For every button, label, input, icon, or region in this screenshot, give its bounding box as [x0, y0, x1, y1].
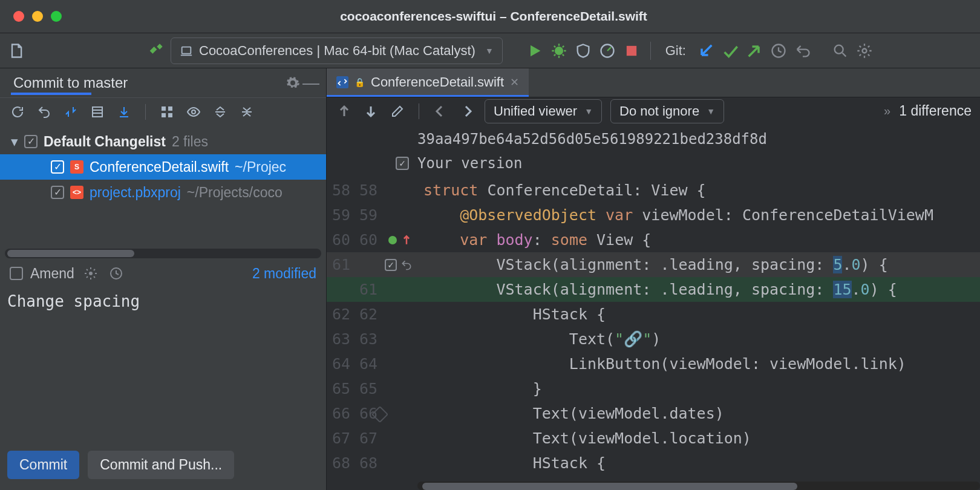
changes-tree: ▾ Default Changelist 2 files S Conferenc…	[0, 125, 326, 209]
svg-point-1	[555, 47, 563, 55]
prev-diff-icon[interactable]	[335, 102, 353, 120]
viewer-mode-select[interactable]: Unified viewer ▼	[485, 99, 602, 123]
search-icon[interactable]	[831, 42, 849, 60]
commit-message-input[interactable]: Change spacing	[7, 292, 319, 439]
changelist-count: 2 files	[172, 134, 208, 150]
checkbox[interactable]	[51, 186, 64, 199]
commit-history-icon[interactable]	[107, 264, 125, 283]
separator	[650, 42, 651, 60]
svg-rect-7	[93, 107, 102, 117]
swift-file-icon: S	[70, 160, 83, 174]
svg-point-5	[835, 45, 843, 53]
main-toolbar: CocoaConferences | Mac 64-bit (Mac Catal…	[0, 33, 980, 68]
revert-icon[interactable]	[400, 259, 413, 271]
changed-file-row[interactable]: S ConferenceDetail.swift ~/Projec	[0, 154, 326, 180]
horizontal-scrollbar[interactable]	[5, 249, 321, 258]
rollback-icon[interactable]	[35, 103, 53, 121]
svg-rect-9	[168, 106, 172, 111]
changelist-icon[interactable]	[88, 103, 106, 121]
panel-title: Commit to master	[13, 74, 128, 91]
diff-headers: 39aa497be64a52d56d05e561989221bed238df8d…	[327, 125, 980, 178]
window-title: cocoaconferences-swiftui – ConferenceDet…	[62, 9, 926, 24]
panel-minimize-icon[interactable]: —	[302, 74, 320, 92]
svg-rect-10	[162, 113, 166, 117]
build-hammer-icon[interactable]	[146, 42, 165, 60]
view-options-icon[interactable]	[185, 103, 203, 121]
git-push-icon[interactable]	[745, 42, 763, 60]
group-by-icon[interactable]	[158, 103, 176, 121]
nav-back-icon[interactable]	[431, 102, 449, 120]
stop-icon[interactable]	[622, 42, 641, 60]
code-horizontal-scrollbar[interactable]	[417, 482, 980, 490]
more-icon[interactable]: »	[884, 104, 890, 118]
shelve-icon[interactable]	[115, 103, 133, 121]
svg-rect-0	[182, 47, 191, 53]
svg-rect-11	[168, 113, 172, 117]
project-file-icon: <>	[70, 186, 83, 199]
commit-options-gear-icon[interactable]	[82, 264, 100, 283]
amend-row: Amend 2 modified	[0, 258, 326, 289]
git-pull-icon[interactable]	[697, 42, 715, 60]
file-name: project.pbxproj	[90, 185, 181, 201]
git-rollback-icon[interactable]	[794, 42, 812, 60]
profile-icon[interactable]	[598, 42, 616, 60]
editor-panel: 🔒 ConferenceDetail.swift ✕ Unified viewe…	[327, 68, 980, 490]
close-window-icon[interactable]	[13, 11, 24, 22]
chevron-down-icon: ▾	[11, 134, 18, 150]
settings-gear-icon[interactable]	[855, 42, 874, 60]
svg-point-12	[192, 110, 195, 114]
expand-all-icon[interactable]	[211, 103, 229, 121]
your-version-checkbox[interactable]	[396, 157, 409, 170]
amend-checkbox[interactable]	[10, 267, 23, 280]
run-config-label: CocoaConferences | Mac 64-bit (Mac Catal…	[199, 43, 475, 59]
checkbox[interactable]	[24, 135, 38, 148]
next-diff-icon[interactable]	[362, 102, 380, 120]
panel-settings-gear-icon[interactable]	[284, 74, 302, 92]
svg-rect-3	[627, 45, 636, 55]
run-configuration-select[interactable]: CocoaConferences | Mac 64-bit (Mac Catal…	[171, 38, 503, 64]
diff-icon[interactable]	[62, 103, 80, 121]
ignore-mode-select[interactable]: Do not ignore ▼	[610, 99, 724, 123]
git-label: Git:	[665, 43, 686, 59]
window-controls	[0, 11, 62, 22]
debug-icon[interactable]	[550, 42, 568, 60]
refresh-icon[interactable]	[8, 103, 27, 121]
minimize-window-icon[interactable]	[32, 11, 43, 22]
up-arrow-icon	[400, 234, 413, 246]
commit-and-push-button[interactable]: Commit and Push...	[88, 451, 234, 479]
svg-rect-15	[336, 76, 348, 88]
diff-toolbar: Unified viewer ▼ Do not ignore ▼ » 1 dif…	[327, 97, 980, 125]
open-file-icon[interactable]	[7, 42, 25, 60]
ignore-mode-label: Do not ignore	[619, 103, 699, 119]
revision-hash: 39aa497be64a52d56d05e561989221bed238df8d	[417, 127, 980, 151]
edit-source-icon[interactable]	[388, 102, 407, 120]
coverage-icon[interactable]	[574, 42, 592, 60]
svg-point-13	[89, 272, 93, 275]
collapse-all-icon[interactable]	[238, 103, 256, 121]
run-icon[interactable]	[526, 42, 544, 60]
editor-tabs: 🔒 ConferenceDetail.swift ✕	[327, 68, 980, 97]
editor-tab[interactable]: 🔒 ConferenceDetail.swift ✕	[327, 68, 529, 97]
zoom-window-icon[interactable]	[51, 11, 62, 22]
changelist-name: Default Changelist	[44, 134, 166, 150]
change-marker-icon	[388, 236, 397, 244]
changelist-row[interactable]: ▾ Default Changelist 2 files	[0, 129, 326, 154]
diff-code[interactable]: 5858struct ConferenceDetail: View { 5959…	[327, 178, 980, 475]
close-tab-icon[interactable]: ✕	[510, 76, 519, 89]
commit-message-area: Change spacing	[0, 289, 326, 442]
diff-count: 1 difference	[899, 103, 972, 119]
changed-file-row[interactable]: <> project.pbxproj ~/Projects/coco	[0, 180, 326, 205]
tab-label: ConferenceDetail.swift	[371, 74, 504, 90]
chevron-down-icon: ▼	[485, 46, 494, 56]
chevron-down-icon: ▼	[707, 106, 715, 116]
nav-forward-icon[interactable]	[458, 102, 476, 120]
checkbox[interactable]	[51, 160, 64, 174]
file-path: ~/Projects/coco	[187, 185, 283, 201]
commit-panel: Commit to master —	[0, 68, 327, 490]
include-change-checkbox[interactable]	[385, 259, 397, 271]
git-commit-icon[interactable]	[721, 42, 739, 60]
commit-button[interactable]: Commit	[7, 451, 79, 479]
amend-label: Amend	[30, 266, 74, 282]
git-history-icon[interactable]	[769, 42, 788, 60]
modified-count[interactable]: 2 modified	[252, 266, 316, 282]
